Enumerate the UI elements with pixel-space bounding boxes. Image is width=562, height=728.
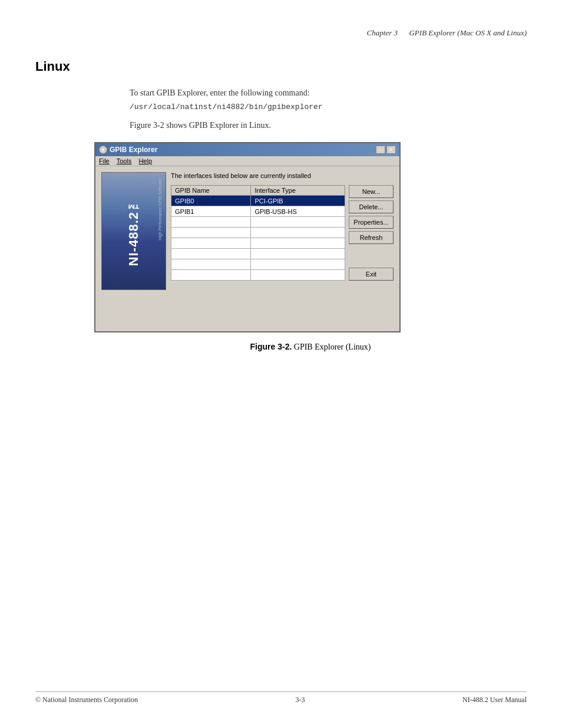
table-row[interactable]: [171, 259, 345, 270]
titlebar-left: ▼ GPIB Explorer: [99, 146, 157, 154]
col-gpib-name: GPIB Name: [171, 186, 251, 196]
cell-interface-type: GPIB-USB-HS: [251, 206, 345, 217]
table-row[interactable]: GPIB1 GPIB-USB-HS: [171, 206, 345, 217]
minimize-button[interactable]: ─: [376, 146, 385, 154]
interfaces-table: GPIB Name Interface Type GPIB0 PCI-GPIB: [171, 185, 345, 281]
gpib-explorer-window: ▼ GPIB Explorer ─ ✕ File Tools Help NI-4…: [94, 142, 401, 332]
exit-button[interactable]: Exit: [349, 268, 394, 281]
cell-interface-type: PCI-GPIB: [251, 196, 345, 206]
ni-logo-subtitle: High Performance GPIB Software: [158, 179, 162, 241]
right-panel: The interfaces listed below are currentl…: [171, 172, 394, 325]
table-row[interactable]: GPIB0 PCI-GPIB: [171, 196, 345, 206]
menu-tools[interactable]: Tools: [117, 157, 132, 164]
menubar: File Tools Help: [95, 156, 399, 166]
screenshot-wrapper: ▼ GPIB Explorer ─ ✕ File Tools Help NI-4…: [94, 142, 527, 332]
command-text: /usr/local/natinst/ni4882/bin/gpibexplor…: [130, 103, 527, 111]
footer-left: © National Instruments Corporation: [35, 696, 138, 704]
table-row[interactable]: [171, 228, 345, 238]
delete-button[interactable]: Delete...: [349, 200, 394, 213]
window-title: GPIB Explorer: [110, 146, 157, 154]
new-button[interactable]: New...: [349, 185, 394, 198]
figure-label: Figure 3-2.: [250, 342, 292, 351]
window-body: NI-488.2™ High Performance GPIB Software…: [95, 166, 399, 331]
menu-help[interactable]: Help: [138, 157, 152, 164]
close-button[interactable]: ✕: [386, 146, 396, 154]
titlebar: ▼ GPIB Explorer ─ ✕: [95, 143, 399, 156]
chapter-label: Chapter 3: [367, 28, 398, 37]
main-content: Linux To start GPIB Explorer, enter the …: [35, 59, 527, 370]
status-text: The interfaces listed below are currentl…: [171, 172, 394, 179]
page-footer: © National Instruments Corporation 3-3 N…: [35, 691, 527, 704]
table-row[interactable]: [171, 217, 345, 228]
window-icon[interactable]: ▼: [99, 146, 107, 154]
section-title: Linux: [35, 59, 527, 74]
figure-caption-text: GPIB Explorer (Linux): [294, 342, 371, 351]
section-label: GPIB Explorer (Mac OS X and Linux): [409, 28, 527, 37]
col-interface-type: Interface Type: [251, 186, 345, 196]
titlebar-controls: ─ ✕: [376, 146, 396, 154]
footer-right: NI-488.2 User Manual: [462, 696, 527, 704]
buttons-panel: New... Delete... Properties... Refresh E…: [349, 185, 394, 281]
menu-file[interactable]: File: [99, 157, 110, 164]
table-row[interactable]: [171, 238, 345, 249]
properties-button[interactable]: Properties...: [349, 216, 394, 229]
refresh-button[interactable]: Refresh: [349, 231, 394, 244]
footer-center: 3-3: [296, 696, 305, 704]
figure-caption: Figure 3-2. GPIB Explorer (Linux): [94, 342, 527, 352]
cell-gpib-name: GPIB1: [171, 206, 251, 217]
table-row[interactable]: [171, 249, 345, 259]
ni-logo-text: NI-488.2™: [126, 196, 141, 266]
table-row[interactable]: [171, 270, 345, 281]
cell-gpib-name: GPIB0: [171, 196, 251, 206]
table-wrapper: GPIB Name Interface Type GPIB0 PCI-GPIB: [171, 185, 345, 281]
intro-text: To start GPIB Explorer, enter the follow…: [130, 88, 527, 98]
figure-ref: Figure 3-2 shows GPIB Explorer in Linux.: [130, 121, 527, 130]
page-header: Chapter 3 GPIB Explorer (Mac OS X and Li…: [367, 28, 527, 38]
content-area: GPIB Name Interface Type GPIB0 PCI-GPIB: [171, 185, 394, 281]
ni-logo-panel: NI-488.2™ High Performance GPIB Software: [101, 172, 166, 290]
